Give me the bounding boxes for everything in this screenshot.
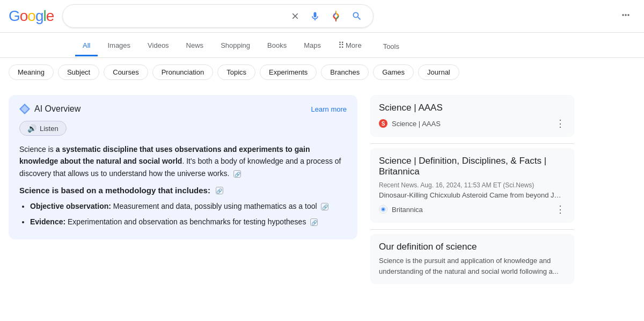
search-icons [288,8,364,24]
chip-journal[interactable]: Journal [418,64,459,80]
chip-games[interactable]: Games [373,64,414,80]
britannica-title[interactable]: Science | Definition, Disciplines, & Fac… [379,156,566,177]
grid-icon [620,10,631,20]
aaas-more-button[interactable]: ⋮ [555,118,566,129]
britannica-source-info: Britannica [379,205,423,214]
britannica-source-name: Britannica [392,206,423,214]
ai-overview-title: AI Overview [34,104,80,114]
search-input[interactable]: science [71,11,283,21]
citation-icon-2[interactable]: 🔗 [216,187,223,194]
ai-bullet-list: Objective observation: Measurement and d… [19,200,347,228]
ai-subtitle-text: Science is based on a methodology that i… [19,186,210,195]
ai-subtitle: Science is based on a methodology that i… [19,186,347,195]
speaker-icon: 🔊 [27,124,36,133]
logo-letter-o1: o [20,8,28,24]
ai-overview-card: AI Overview Learn more 🔊 Listen Science … [9,95,357,239]
list-item: Objective observation: Measurement and d… [30,200,347,212]
citation-icon-3[interactable]: 🔗 [321,203,328,210]
bullet-1-label: Objective observation: [30,202,111,210]
list-item: Evidence: Experimentation and observatio… [30,216,347,228]
chip-branches[interactable]: Branches [321,64,369,80]
chip-pronunciation[interactable]: Pronunciation [152,64,214,80]
microphone-button[interactable] [308,9,323,24]
divider-1 [370,143,574,144]
tab-all[interactable]: All [75,36,98,56]
britannica-news: Dinosaur-Killing Chicxulub Asteroid Came… [379,191,561,199]
britannica-result-card: Science | Definition, Disciplines, & Fac… [370,148,574,223]
britannica-date: Recent News. Aug. 16, 2024, 11:53 AM ET … [379,181,566,189]
vertical-dots-icon: ⠿ [338,40,345,50]
britannica-more-button[interactable]: ⋮ [555,203,566,215]
aaas-source-info: S Science | AAAS [379,119,441,128]
chip-experiments[interactable]: Experiments [260,64,317,80]
listen-button[interactable]: 🔊 Listen [19,121,67,136]
aaas-source-row: S Science | AAAS ⋮ [379,118,566,129]
tab-maps[interactable]: Maps [296,36,328,56]
britannica-favicon-icon [379,206,387,213]
apps-button[interactable] [616,5,635,27]
more-label: More [346,41,362,49]
chip-meaning[interactable]: Meaning [9,64,54,80]
google-logo[interactable]: Google [9,8,54,25]
search-icon [352,11,362,21]
nav-tabs: All Images Videos News Shopping Books Ma… [0,33,644,58]
learn-more-link[interactable]: Learn more [311,105,347,113]
right-column: Science | AAAS S Science | AAAS ⋮ Scienc… [370,95,574,284]
chips-bar: Meaning Subject Courses Pronunciation To… [0,58,644,86]
logo-letter-o2: o [27,8,35,24]
header-right [616,5,635,27]
divider-2 [370,229,574,230]
tab-news[interactable]: News [179,36,211,56]
tab-books[interactable]: Books [260,36,294,56]
search-bar: science [62,4,374,28]
tab-tools[interactable]: Tools [376,37,407,56]
bullet-1-text: Measurement and data, possibly using mat… [113,202,317,210]
chip-topics[interactable]: Topics [217,64,255,80]
svg-point-5 [382,208,384,210]
bullet-2-text: Experimentation and observation as bench… [68,217,306,226]
aaas-favicon-letter: S [382,121,385,127]
aaas-title[interactable]: Science | AAAS [379,103,566,113]
tab-images[interactable]: Images [100,36,138,56]
logo-letter-g2: g [35,8,43,24]
ai-text-before: Science is [19,145,56,154]
tab-more[interactable]: ⠿ More [331,35,369,57]
definition-result-card: Our definition of science Science is the… [370,234,574,284]
britannica-favicon [379,205,387,214]
citation-icon-1[interactable]: 🔗 [233,170,241,178]
bullet-2-label: Evidence: [30,217,65,226]
ai-diamond-icon [19,104,30,114]
clear-button[interactable] [288,9,302,23]
logo-letter-e: e [46,8,54,24]
left-column: AI Overview Learn more 🔊 Listen Science … [9,95,357,284]
aaas-result-card: Science | AAAS S Science | AAAS ⋮ [370,95,574,137]
citation-icon-4[interactable]: 🔗 [310,218,318,226]
svg-point-0 [334,13,339,18]
microphone-icon [310,11,320,21]
close-icon [290,11,300,21]
tab-videos[interactable]: Videos [140,36,177,56]
lens-icon [330,10,342,22]
aaas-source-name: Science | AAAS [392,120,441,128]
ai-title-row: AI Overview [19,104,80,114]
ai-overview-header: AI Overview Learn more [19,104,347,114]
definition-title[interactable]: Our definition of science [379,242,566,252]
listen-label: Listen [40,125,58,133]
tab-shopping[interactable]: Shopping [213,36,258,56]
search-button[interactable] [349,9,364,24]
ai-overview-text: Science is a systematic discipline that … [19,143,347,179]
chip-courses[interactable]: Courses [104,64,148,80]
chip-subject[interactable]: Subject [58,64,99,80]
britannica-source-row: Britannica ⋮ [379,203,566,215]
logo-letter-g: G [9,8,20,24]
main-content: AI Overview Learn more 🔊 Listen Science … [0,86,644,284]
definition-text: Science is the pursuit and application o… [379,256,566,276]
aaas-favicon: S [379,119,387,128]
header: Google science [0,0,644,33]
google-lens-button[interactable] [328,8,344,24]
